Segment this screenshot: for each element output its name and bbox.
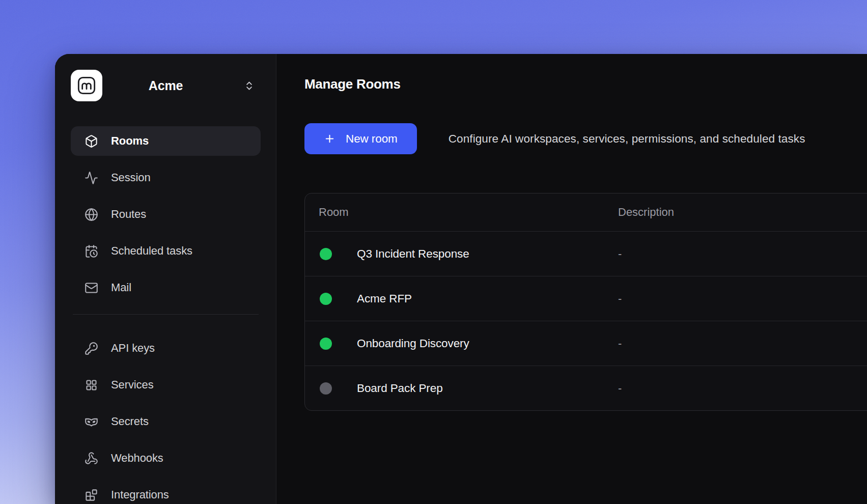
sidebar-item-label: Session (111, 171, 151, 184)
key-icon (85, 342, 98, 355)
table-row[interactable]: Q3 Incident Response - (305, 231, 867, 276)
box-icon (85, 134, 98, 148)
app-window: Acme Rooms (55, 54, 867, 504)
room-name: Board Pack Prep (357, 382, 443, 395)
room-description: - (618, 382, 867, 395)
new-room-button-label: New room (346, 132, 398, 146)
plus-icon (324, 133, 335, 145)
room-description: - (618, 337, 867, 350)
grid-icon (85, 378, 98, 392)
new-room-button[interactable]: New room (304, 123, 417, 154)
sidebar-item-label: Webhooks (111, 452, 163, 465)
page-subtitle: Configure AI workspaces, services, permi… (449, 132, 805, 146)
sidebar-item-label: Secrets (111, 415, 149, 428)
sidebar-item-session[interactable]: Session (71, 163, 261, 192)
chevrons-up-down-icon (244, 80, 255, 91)
workspace-header: Acme (71, 70, 261, 101)
room-description: - (618, 247, 867, 261)
sidebar: Acme Rooms (55, 54, 276, 504)
sidebar-item-routes[interactable]: Routes (71, 200, 261, 229)
table-header-row: Room Description (305, 193, 867, 231)
app-logo (71, 70, 102, 101)
sidebar-item-label: Scheduled tasks (111, 244, 192, 258)
table-row[interactable]: Onboarding Discovery - (305, 321, 867, 366)
room-name: Q3 Incident Response (357, 247, 469, 261)
table-row[interactable]: Acme RFP - (305, 276, 867, 321)
mask-icon (85, 415, 98, 429)
toolbar: New room Configure AI workspaces, servic… (304, 123, 867, 154)
room-cell: Board Pack Prep (305, 382, 618, 395)
webhook-icon (85, 452, 98, 465)
room-cell: Acme RFP (305, 292, 618, 305)
sidebar-divider (73, 314, 259, 315)
sidebar-item-label: Services (111, 378, 154, 391)
column-header-room: Room (305, 206, 618, 219)
sidebar-item-label: Rooms (111, 134, 149, 148)
status-dot (320, 382, 332, 395)
sidebar-nav: Rooms Session Routes (71, 126, 261, 504)
sidebar-item-rooms[interactable]: Rooms (71, 126, 261, 156)
sidebar-item-scheduled-tasks[interactable]: Scheduled tasks (71, 236, 261, 266)
sidebar-item-api-keys[interactable]: API keys (71, 333, 261, 363)
sidebar-item-integrations[interactable]: Integrations (71, 480, 261, 504)
sidebar-item-label: Integrations (111, 488, 169, 501)
mail-icon (85, 281, 98, 295)
sidebar-item-secrets[interactable]: Secrets (71, 407, 261, 436)
sidebar-item-mail[interactable]: Mail (71, 273, 261, 302)
column-header-description: Description (618, 206, 867, 219)
status-dot (320, 248, 332, 260)
page-title: Manage Rooms (304, 76, 867, 92)
status-dot (320, 338, 332, 350)
sidebar-item-label: Mail (111, 281, 131, 294)
workspace-switcher-button[interactable] (240, 77, 258, 94)
table-row[interactable]: Board Pack Prep - (305, 366, 867, 410)
rooms-table: Room Description Q3 Incident Response - … (304, 193, 867, 411)
room-name: Onboarding Discovery (357, 337, 469, 350)
room-cell: Q3 Incident Response (305, 247, 618, 261)
sidebar-item-label: API keys (111, 342, 155, 355)
globe-icon (85, 208, 98, 221)
blocks-icon (85, 488, 98, 502)
sidebar-item-services[interactable]: Services (71, 370, 261, 400)
activity-icon (85, 171, 98, 185)
room-description: - (618, 292, 867, 305)
m-logo-icon (76, 75, 97, 96)
room-cell: Onboarding Discovery (305, 337, 618, 350)
main-content: Manage Rooms New room Configure AI works… (276, 54, 867, 504)
status-dot (320, 293, 332, 305)
sidebar-item-webhooks[interactable]: Webhooks (71, 443, 261, 473)
room-name: Acme RFP (357, 292, 412, 305)
calendar-clock-icon (85, 244, 98, 258)
sidebar-item-label: Routes (111, 208, 146, 221)
